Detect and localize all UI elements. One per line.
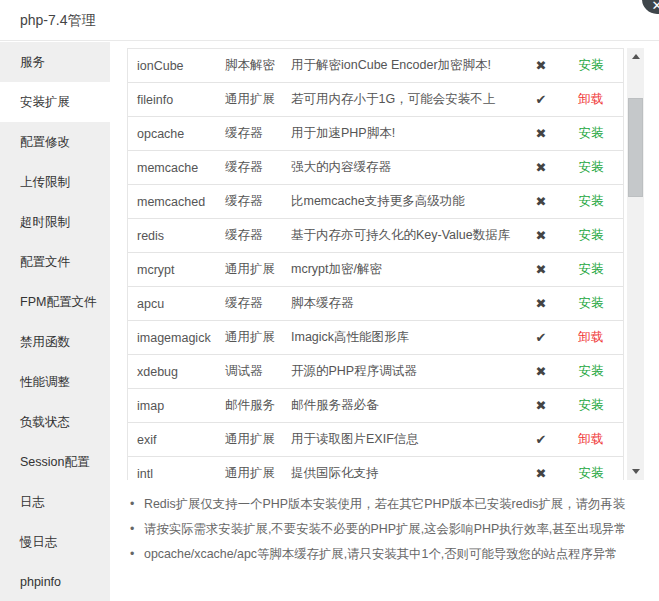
extension-type: 通用扩展 <box>225 261 291 278</box>
install-button[interactable]: 安装 <box>579 194 604 208</box>
action-cell: 安装 <box>559 465 623 480</box>
extension-type: 缓存器 <box>225 193 291 210</box>
sidebar-item[interactable]: 超时限制 <box>0 202 110 242</box>
dialog-title: php-7.4管理 <box>20 0 95 41</box>
extension-type: 通用扩展 <box>225 465 291 480</box>
install-button[interactable]: 安装 <box>579 262 604 276</box>
extension-description: Imagick高性能图形库 <box>291 329 523 346</box>
install-button[interactable]: 安装 <box>579 160 604 174</box>
extension-name: intl <box>128 467 225 481</box>
table-row: fileinfo通用扩展若可用内存小于1G，可能会安装不上✔卸载 <box>128 83 623 117</box>
table-row: ionCube脚本解密用于解密ionCube Encoder加密脚本!✖安装 <box>128 49 623 83</box>
sidebar-item[interactable]: Session配置 <box>0 442 110 482</box>
extension-description: 开源的PHP程序调试器 <box>291 363 523 380</box>
uninstall-button[interactable]: 卸载 <box>579 432 604 446</box>
extension-description: 用于解密ionCube Encoder加密脚本! <box>291 57 523 74</box>
extension-name: imap <box>128 399 225 413</box>
extension-name: exif <box>128 433 225 447</box>
sidebar-item[interactable]: FPM配置文件 <box>0 282 110 322</box>
table-row: redis缓存器基于内存亦可持久化的Key-Value数据库✖安装 <box>128 219 623 253</box>
extension-type: 缓存器 <box>225 125 291 142</box>
table-row: mcrypt通用扩展mcrypt加密/解密✖安装 <box>128 253 623 287</box>
install-button[interactable]: 安装 <box>579 126 604 140</box>
extension-type: 邮件服务 <box>225 397 291 414</box>
bullet-icon: • <box>130 542 144 567</box>
extension-description: 提供国际化支持 <box>291 465 523 480</box>
not-installed-x-icon: ✖ <box>523 58 559 73</box>
sidebar-item[interactable]: 负载状态 <box>0 402 110 442</box>
extension-type: 调试器 <box>225 363 291 380</box>
table-row: memcache缓存器强大的内容缓存器✖安装 <box>128 151 623 185</box>
notes-list: •Redis扩展仅支持一个PHP版本安装使用，若在其它PHP版本已安装redis… <box>130 492 642 567</box>
extension-description: 用于读取图片EXIF信息 <box>291 431 523 448</box>
extension-table: ionCube脚本解密用于解密ionCube Encoder加密脚本!✖安装fi… <box>127 48 624 480</box>
extension-type: 缓存器 <box>225 159 291 176</box>
table-row: opcache缓存器用于加速PHP脚本!✖安装 <box>128 117 623 151</box>
note-item: •opcache/xcache/apc等脚本缓存扩展,请只安装其中1个,否则可能… <box>130 542 642 567</box>
extension-type: 通用扩展 <box>225 329 291 346</box>
extension-name: ionCube <box>128 59 225 73</box>
installed-check-icon: ✔ <box>523 330 559 345</box>
install-button[interactable]: 安装 <box>579 228 604 242</box>
action-cell: 安装 <box>559 261 623 278</box>
sidebar-item[interactable]: 日志 <box>0 482 110 522</box>
action-cell: 安装 <box>559 159 623 176</box>
extension-description: 强大的内容缓存器 <box>291 159 523 176</box>
extension-description: 用于加速PHP脚本! <box>291 125 523 142</box>
sidebar-item[interactable]: 禁用函数 <box>0 322 110 362</box>
sidebar-item[interactable]: phpinfo <box>0 562 110 601</box>
action-cell: 安装 <box>559 295 623 312</box>
sidebar-item[interactable]: 安装扩展 <box>0 82 110 122</box>
sidebar-item[interactable]: 配置修改 <box>0 122 110 162</box>
install-button[interactable]: 安装 <box>579 58 604 72</box>
install-button[interactable]: 安装 <box>579 364 604 378</box>
action-cell: 卸载 <box>559 329 623 346</box>
install-button[interactable]: 安装 <box>579 466 604 480</box>
extension-type: 脚本解密 <box>225 57 291 74</box>
action-cell: 安装 <box>559 125 623 142</box>
not-installed-x-icon: ✖ <box>523 160 559 175</box>
sidebar-item[interactable]: 慢日志 <box>0 522 110 562</box>
table-row: imagemagick通用扩展Imagick高性能图形库✔卸载 <box>128 321 623 355</box>
action-cell: 安装 <box>559 397 623 414</box>
scroll-thumb[interactable] <box>628 98 643 197</box>
sidebar-item[interactable]: 配置文件 <box>0 242 110 282</box>
sidebar: 服务安装扩展配置修改上传限制超时限制配置文件FPM配置文件禁用函数性能调整负载状… <box>0 42 110 601</box>
table-row: imap邮件服务邮件服务器必备✖安装 <box>128 389 623 423</box>
sidebar-item[interactable]: 性能调整 <box>0 362 110 402</box>
extension-name: mcrypt <box>128 263 225 277</box>
not-installed-x-icon: ✖ <box>523 194 559 209</box>
extension-type: 缓存器 <box>225 227 291 244</box>
table-row: xdebug调试器开源的PHP程序调试器✖安装 <box>128 355 623 389</box>
note-text: Redis扩展仅支持一个PHP版本安装使用，若在其它PHP版本已安装redis扩… <box>144 492 625 517</box>
extension-type: 通用扩展 <box>225 91 291 108</box>
table-row: memcached缓存器比memcache支持更多高级功能✖安装 <box>128 185 623 219</box>
not-installed-x-icon: ✖ <box>523 296 559 311</box>
scroll-down-button[interactable] <box>627 463 644 480</box>
not-installed-x-icon: ✖ <box>523 466 559 480</box>
uninstall-button[interactable]: 卸载 <box>579 330 604 344</box>
table-row: intl通用扩展提供国际化支持✖安装 <box>128 457 623 480</box>
extension-name: memcached <box>128 195 225 209</box>
note-item: •Redis扩展仅支持一个PHP版本安装使用，若在其它PHP版本已安装redis… <box>130 492 642 517</box>
bullet-icon: • <box>130 517 144 542</box>
install-button[interactable]: 安装 <box>579 398 604 412</box>
not-installed-x-icon: ✖ <box>523 262 559 277</box>
extension-name: redis <box>128 229 225 243</box>
extension-name: fileinfo <box>128 93 225 107</box>
action-cell: 安装 <box>559 193 623 210</box>
extension-name: imagemagick <box>128 331 225 345</box>
extension-type: 缓存器 <box>225 295 291 312</box>
extension-name: opcache <box>128 127 225 141</box>
not-installed-x-icon: ✖ <box>523 364 559 379</box>
sidebar-item[interactable]: 服务 <box>0 42 110 82</box>
note-text: opcache/xcache/apc等脚本缓存扩展,请只安装其中1个,否则可能导… <box>144 542 618 567</box>
bullet-icon: • <box>130 492 144 517</box>
install-button[interactable]: 安装 <box>579 296 604 310</box>
dialog-titlebar: php-7.4管理 <box>0 0 659 41</box>
action-cell: 卸载 <box>559 91 623 108</box>
uninstall-button[interactable]: 卸载 <box>579 92 604 106</box>
scrollbar[interactable] <box>627 48 644 480</box>
scroll-up-button[interactable] <box>627 48 644 65</box>
sidebar-item[interactable]: 上传限制 <box>0 162 110 202</box>
